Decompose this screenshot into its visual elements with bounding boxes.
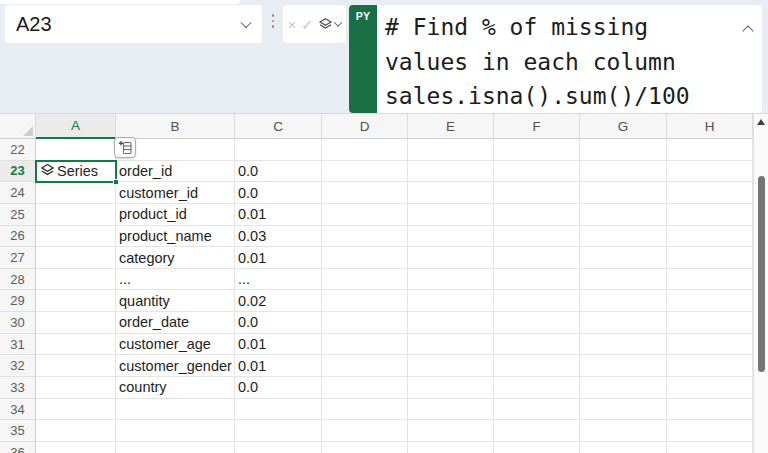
cell-E28[interactable] — [408, 269, 494, 291]
cell-B24[interactable]: customer_id — [116, 182, 235, 204]
cell-A28[interactable] — [36, 269, 116, 291]
cell-B35[interactable] — [116, 420, 235, 442]
triangle-up-icon[interactable] — [757, 119, 765, 125]
name-box[interactable]: A23 — [5, 5, 262, 43]
cell-D29[interactable] — [322, 290, 408, 312]
cell-A35[interactable] — [36, 420, 116, 442]
cell-H30[interactable] — [667, 312, 753, 334]
cell-A24[interactable] — [36, 182, 116, 204]
cell-H34[interactable] — [667, 399, 753, 421]
cell-G36[interactable] — [580, 442, 667, 453]
cell-H24[interactable] — [667, 182, 753, 204]
cell-E36[interactable] — [408, 442, 494, 453]
cell-A34[interactable] — [36, 399, 116, 421]
cell-G28[interactable] — [580, 269, 667, 291]
cell-G33[interactable] — [580, 377, 667, 399]
cell-B33[interactable]: country — [116, 377, 235, 399]
cell-F33[interactable] — [494, 377, 580, 399]
cell-C31[interactable]: 0.01 — [235, 334, 322, 356]
cell-D35[interactable] — [322, 420, 408, 442]
column-header-G[interactable]: G — [580, 114, 667, 139]
cell-G22[interactable] — [580, 139, 667, 161]
cell-A26[interactable] — [36, 226, 116, 248]
cell-C29[interactable]: 0.02 — [235, 290, 322, 312]
cell-E32[interactable] — [408, 355, 494, 377]
cell-A29[interactable] — [36, 290, 116, 312]
cell-C27[interactable]: 0.01 — [235, 247, 322, 269]
cell-F22[interactable] — [494, 139, 580, 161]
cell-E29[interactable] — [408, 290, 494, 312]
cell-A36[interactable] — [36, 442, 116, 453]
cell-F24[interactable] — [494, 182, 580, 204]
row-header-30[interactable]: 30 — [0, 312, 36, 334]
cell-G35[interactable] — [580, 420, 667, 442]
cell-B28[interactable]: ... — [116, 269, 235, 291]
cell-D28[interactable] — [322, 269, 408, 291]
cell-A31[interactable] — [36, 334, 116, 356]
cell-C25[interactable]: 0.01 — [235, 204, 322, 226]
row-header-24[interactable]: 24 — [0, 182, 36, 204]
cell-B29[interactable]: quantity — [116, 290, 235, 312]
cell-C36[interactable] — [235, 442, 322, 453]
cell-A25[interactable] — [36, 204, 116, 226]
cell-H29[interactable] — [667, 290, 753, 312]
column-header-D[interactable]: D — [322, 114, 408, 139]
cell-C34[interactable] — [235, 399, 322, 421]
row-header-34[interactable]: 34 — [0, 399, 36, 421]
cell-B34[interactable] — [116, 399, 235, 421]
cell-D25[interactable] — [322, 204, 408, 226]
cell-B36[interactable] — [116, 442, 235, 453]
cell-E23[interactable] — [408, 161, 494, 183]
cell-C28[interactable]: ... — [235, 269, 322, 291]
cell-C33[interactable]: 0.0 — [235, 377, 322, 399]
cell-F29[interactable] — [494, 290, 580, 312]
cell-F23[interactable] — [494, 161, 580, 183]
column-header-C[interactable]: C — [235, 114, 322, 139]
cell-D36[interactable] — [322, 442, 408, 453]
cell-A32[interactable] — [36, 355, 116, 377]
row-header-36[interactable]: 36 — [0, 442, 36, 453]
cell-G30[interactable] — [580, 312, 667, 334]
python-code[interactable]: # Find % of missingvalues in each column… — [377, 5, 762, 113]
column-header-F[interactable]: F — [494, 114, 580, 139]
insert-data-button[interactable] — [114, 137, 136, 158]
cell-B26[interactable]: product_name — [116, 226, 235, 248]
row-header-32[interactable]: 32 — [0, 355, 36, 377]
cell-F27[interactable] — [494, 247, 580, 269]
cell-E27[interactable] — [408, 247, 494, 269]
formula-bar[interactable]: # Find % of missingvalues in each column… — [377, 5, 762, 113]
vertical-scrollbar[interactable] — [753, 114, 768, 453]
cell-D26[interactable] — [322, 226, 408, 248]
column-header-B[interactable]: B — [116, 114, 235, 139]
cell-F35[interactable] — [494, 420, 580, 442]
cell-B27[interactable]: category — [116, 247, 235, 269]
cell-D31[interactable] — [322, 334, 408, 356]
cell-H28[interactable] — [667, 269, 753, 291]
row-header-31[interactable]: 31 — [0, 334, 36, 356]
cell-F30[interactable] — [494, 312, 580, 334]
column-header-E[interactable]: E — [408, 114, 494, 139]
python-output-type-button[interactable] — [318, 17, 341, 32]
cell-B30[interactable]: order_date — [116, 312, 235, 334]
cell-F34[interactable] — [494, 399, 580, 421]
cell-H26[interactable] — [667, 226, 753, 248]
cell-F28[interactable] — [494, 269, 580, 291]
cell-D34[interactable] — [322, 399, 408, 421]
select-all-corner[interactable] — [0, 114, 36, 139]
cell-H23[interactable] — [667, 161, 753, 183]
cell-D22[interactable] — [322, 139, 408, 161]
cell-A33[interactable] — [36, 377, 116, 399]
cell-E35[interactable] — [408, 420, 494, 442]
cell-D32[interactable] — [322, 355, 408, 377]
cancel-button[interactable]: × — [288, 17, 297, 32]
cell-F31[interactable] — [494, 334, 580, 356]
cell-C24[interactable]: 0.0 — [235, 182, 322, 204]
cell-E33[interactable] — [408, 377, 494, 399]
cell-C26[interactable]: 0.03 — [235, 226, 322, 248]
cell-F26[interactable] — [494, 226, 580, 248]
cell-B31[interactable]: customer_age — [116, 334, 235, 356]
cell-F36[interactable] — [494, 442, 580, 453]
cell-D27[interactable] — [322, 247, 408, 269]
cell-G29[interactable] — [580, 290, 667, 312]
cell-H36[interactable] — [667, 442, 753, 453]
